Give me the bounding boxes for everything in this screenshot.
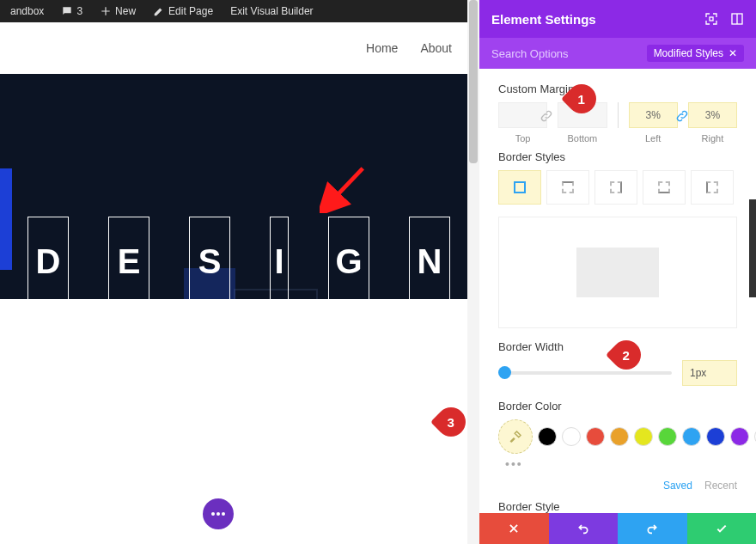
preview-placeholder: [576, 248, 659, 297]
site-name[interactable]: andbox: [3, 5, 51, 17]
border-style-label: Border Style: [498, 500, 737, 513]
border-color-label: Border Color: [498, 400, 737, 413]
comment-icon: [61, 5, 73, 17]
comments-link[interactable]: 3: [54, 5, 89, 17]
recent-tab[interactable]: Recent: [704, 480, 737, 492]
dots-icon: [210, 511, 226, 516]
search-options[interactable]: Search Options: [491, 47, 569, 60]
element-settings-panel: Element Settings Search Options Modified…: [479, 0, 756, 544]
border-all[interactable]: [498, 170, 541, 205]
svg-point-2: [216, 512, 220, 516]
side-handle[interactable]: [749, 199, 756, 297]
editor-main: andbox 3 New Edit Page Exit Visual Build…: [0, 0, 467, 544]
panel-header: Element Settings: [479, 0, 756, 38]
panel-body: Custom Margin Top Bottom 3% Left 3%: [479, 69, 756, 513]
builder-fab[interactable]: [203, 498, 234, 529]
saved-tab[interactable]: Saved: [663, 480, 692, 492]
nav-home[interactable]: Home: [366, 41, 398, 55]
annotation-arrow: [320, 163, 369, 217]
margin-left-cap: Left: [629, 133, 678, 144]
letter-i[interactable]: I: [270, 217, 289, 299]
letter-n[interactable]: N: [409, 217, 450, 299]
pencil-icon: [153, 5, 165, 17]
swatch-yellow[interactable]: [634, 427, 653, 446]
swatch-red[interactable]: [586, 427, 605, 446]
close-icon: [508, 523, 520, 535]
save-button[interactable]: [687, 513, 757, 544]
color-swatches: [498, 419, 737, 454]
new-link[interactable]: New: [93, 5, 143, 17]
swatch-black[interactable]: [538, 427, 557, 446]
site-nav: Home About: [0, 22, 467, 74]
svg-line-0: [328, 168, 363, 205]
letter-d[interactable]: D: [27, 217, 69, 299]
svg-rect-4: [710, 17, 713, 21]
nav-about[interactable]: About: [420, 41, 452, 55]
slider-thumb[interactable]: [498, 366, 511, 379]
edit-label: Edit Page: [168, 5, 213, 17]
close-icon[interactable]: ✕: [729, 47, 737, 59]
redo-icon: [645, 522, 659, 535]
margin-right-cap: Right: [688, 133, 737, 144]
eyedropper-icon: [508, 429, 523, 444]
border-right[interactable]: [594, 170, 637, 205]
scroll-thumb[interactable]: [469, 0, 478, 163]
swatch-white[interactable]: [562, 427, 581, 446]
margin-right-val: 3%: [705, 109, 720, 121]
margin-bottom-cap: Bottom: [558, 133, 607, 144]
margin-left-input[interactable]: 3%: [629, 102, 678, 128]
check-icon: [715, 522, 729, 535]
link-icon[interactable]: [540, 109, 553, 123]
color-picker-button[interactable]: [498, 419, 533, 454]
swatch-blue[interactable]: [706, 427, 725, 446]
border-left[interactable]: [691, 170, 734, 205]
edit-page-link[interactable]: Edit Page: [146, 5, 220, 17]
custom-margin-label: Custom Margin: [498, 83, 737, 95]
swatch-orange[interactable]: [610, 427, 629, 446]
border-top[interactable]: [546, 170, 589, 205]
hero-section: D E S I G N: [0, 74, 467, 299]
expand-icon[interactable]: [730, 12, 744, 26]
link-icon[interactable]: [675, 109, 689, 123]
chip-label: Modified Styles: [654, 47, 723, 59]
design-letters: D E S I G N: [27, 217, 450, 299]
panel-title: Element Settings: [491, 12, 596, 27]
swatch-green[interactable]: [658, 427, 677, 446]
border-styles-label: Border Styles: [498, 150, 737, 163]
margin-right-input[interactable]: 3%: [688, 102, 737, 128]
cancel-button[interactable]: [479, 513, 549, 544]
main-scrollbar[interactable]: [467, 0, 479, 544]
new-label: New: [115, 5, 136, 17]
undo-icon: [576, 522, 590, 535]
swatch-purple[interactable]: [730, 427, 749, 446]
svg-point-3: [222, 512, 225, 516]
letter-s[interactable]: S: [189, 217, 230, 299]
border-width-value[interactable]: 1px: [682, 360, 737, 386]
letter-g[interactable]: G: [328, 217, 369, 299]
panel-footer: [479, 513, 756, 544]
svg-point-1: [211, 512, 215, 516]
swatch-cyan[interactable]: [682, 427, 701, 446]
color-tabs: Saved Recent: [498, 480, 737, 492]
plus-icon: [100, 5, 112, 17]
border-bottom[interactable]: [643, 170, 686, 205]
more-colors[interactable]: •••: [505, 457, 737, 471]
comments-count: 3: [76, 5, 82, 17]
border-style-row: [498, 170, 737, 205]
margin-row: Top Bottom 3% Left 3% Right: [498, 102, 737, 144]
modified-styles-chip[interactable]: Modified Styles ✕: [647, 45, 744, 62]
border-preview: [498, 217, 737, 328]
margin-left-val: 3%: [645, 109, 660, 121]
border-width-slider[interactable]: [498, 371, 672, 375]
panel-subheader: Search Options Modified Styles ✕: [479, 38, 756, 69]
letter-e[interactable]: E: [108, 217, 149, 299]
exit-visual-builder[interactable]: Exit Visual Builder: [223, 5, 320, 17]
accent-bar: [0, 168, 12, 270]
margin-top-cap: Top: [498, 133, 547, 144]
snap-icon[interactable]: [704, 12, 718, 26]
wp-admin-bar: andbox 3 New Edit Page Exit Visual Build…: [0, 0, 467, 22]
undo-button[interactable]: [549, 513, 619, 544]
redo-button[interactable]: [618, 513, 687, 544]
